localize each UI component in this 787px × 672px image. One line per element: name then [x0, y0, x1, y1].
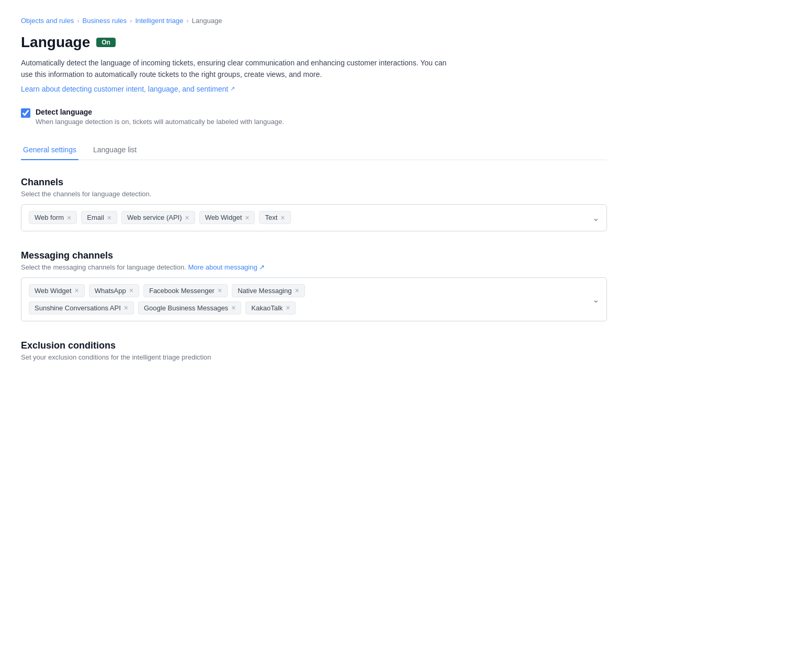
messaging-channels-dropdown-chevron[interactable]: ⌄	[592, 294, 599, 304]
messaging-channels-section: Messaging channels Select the messaging …	[21, 250, 607, 321]
external-link-icon: ↗	[230, 85, 235, 92]
msg-channel-tag-google-business: Google Business Messages ×	[138, 301, 241, 315]
msg-channel-tag-native-messaging: Native Messaging ×	[232, 284, 305, 297]
remove-facebook-messenger[interactable]: ×	[218, 287, 222, 294]
page-description: Automatically detect the language of inc…	[21, 57, 450, 81]
messaging-external-link-icon: ↗	[259, 263, 265, 271]
detect-language-section: Detect language When language detection …	[21, 108, 607, 126]
remove-web-service-api[interactable]: ×	[185, 214, 189, 221]
breadcrumb-sep-3: ›	[186, 17, 188, 25]
tab-general-settings[interactable]: General settings	[21, 140, 78, 160]
messaging-channels-description: Select the messaging channels for langua…	[21, 263, 607, 271]
channel-tag-email: Email ×	[81, 211, 117, 224]
msg-channel-tag-web-widget: Web Widget ×	[29, 284, 85, 297]
remove-email[interactable]: ×	[107, 214, 111, 221]
channel-tag-web-widget: Web Widget ×	[199, 211, 255, 224]
channel-tag-web-form: Web form ×	[29, 211, 77, 224]
exclusion-conditions-description: Set your exclusion conditions for the in…	[21, 353, 607, 361]
remove-google-business[interactable]: ×	[231, 304, 235, 311]
remove-msg-web-widget[interactable]: ×	[75, 287, 79, 294]
msg-channel-tag-sunshine-conversations: Sunshine Conversations API ×	[29, 301, 134, 315]
channels-title: Channels	[21, 177, 607, 188]
breadcrumb-sep-2: ›	[130, 17, 132, 25]
detect-language-checkbox[interactable]	[21, 108, 30, 118]
channel-tag-text: Text ×	[259, 211, 290, 224]
remove-web-widget[interactable]: ×	[245, 214, 249, 221]
detect-language-description: When language detection is on, tickets w…	[36, 118, 284, 126]
msg-channel-tag-whatsapp: WhatsApp ×	[89, 284, 139, 297]
msg-channel-tag-kakaotalk: KakaoTalk ×	[245, 301, 296, 315]
detect-language-content: Detect language When language detection …	[36, 108, 284, 126]
messaging-channels-title: Messaging channels	[21, 250, 607, 261]
tab-language-list[interactable]: Language list	[91, 140, 139, 160]
breadcrumb: Objects and rules › Business rules › Int…	[21, 17, 607, 25]
exclusion-conditions-title: Exclusion conditions	[21, 340, 607, 351]
breadcrumb-current: Language	[192, 17, 222, 25]
remove-kakaotalk[interactable]: ×	[286, 304, 290, 311]
channels-dropdown-chevron[interactable]: ⌄	[592, 212, 599, 222]
remove-web-form[interactable]: ×	[67, 214, 71, 221]
learn-more-link[interactable]: Learn about detecting customer intent, l…	[21, 85, 235, 93]
breadcrumb-business-rules[interactable]: Business rules	[83, 17, 127, 25]
page-header: Language On	[21, 34, 607, 51]
tabs: General settings Language list	[21, 140, 607, 160]
remove-native-messaging[interactable]: ×	[295, 287, 299, 294]
more-about-messaging-link[interactable]: More about messaging ↗	[188, 263, 265, 271]
status-badge: On	[96, 38, 116, 47]
remove-text[interactable]: ×	[280, 214, 285, 221]
channels-section: Channels Select the channels for languag…	[21, 177, 607, 231]
detect-language-checkbox-wrapper[interactable]	[21, 108, 30, 118]
page-title: Language	[21, 34, 90, 51]
channel-tag-web-service-api: Web service (API) ×	[121, 211, 195, 224]
remove-sunshine-conversations[interactable]: ×	[124, 304, 128, 311]
channels-selector[interactable]: Web form × Email × Web service (API) × W…	[21, 204, 607, 231]
breadcrumb-intelligent-triage[interactable]: Intelligent triage	[135, 17, 183, 25]
breadcrumb-sep-1: ›	[77, 17, 79, 25]
exclusion-conditions-section: Exclusion conditions Set your exclusion …	[21, 340, 607, 361]
msg-channel-tag-facebook-messenger: Facebook Messenger ×	[143, 284, 228, 297]
remove-whatsapp[interactable]: ×	[129, 287, 133, 294]
channels-description: Select the channels for language detecti…	[21, 190, 607, 198]
messaging-channels-selector[interactable]: Web Widget × WhatsApp × Facebook Messeng…	[21, 277, 607, 321]
detect-language-label: Detect language	[36, 108, 284, 116]
breadcrumb-objects-rules[interactable]: Objects and rules	[21, 17, 74, 25]
